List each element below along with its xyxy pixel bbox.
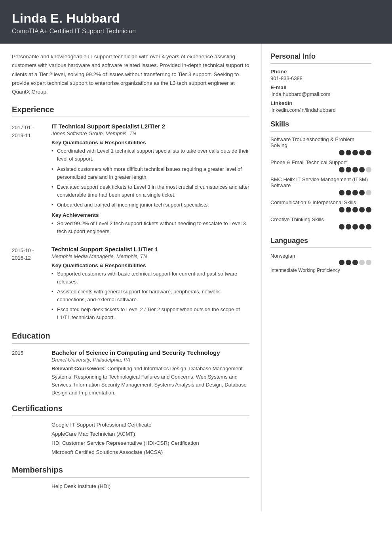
right-column: Personal Info Phone 901-833-6388 E-mail … <box>261 44 380 511</box>
exp-achievements-list-1: Solved 99.2% of Level 2 tech support tic… <box>51 220 249 235</box>
language-dots-1 <box>270 260 371 265</box>
skill-dots-5 <box>270 224 371 230</box>
experience-divider <box>12 117 249 117</box>
dot <box>339 207 344 212</box>
certifications-title: Certifications <box>12 404 249 413</box>
edu-detail-1: Bachelor of Science in Computing and Sec… <box>51 349 249 397</box>
dot <box>346 260 351 265</box>
skill-name-2: Phone & Email Technical Support <box>270 159 371 165</box>
dot <box>346 224 351 230</box>
education-section: Education 2015 Bachelor of Science in Co… <box>12 331 249 397</box>
exp-qualifications-label-2: Key Qualifications & Responsibilities <box>51 262 249 268</box>
exp-qualifications-label-1: Key Qualifications & Responsibilities <box>51 140 249 145</box>
skills-section: Skills Software Troubleshooting & Proble… <box>270 120 371 230</box>
exp-qual-1-2: Assisted customers with more difficult t… <box>51 165 249 181</box>
dot <box>352 150 358 155</box>
skill-name-3: BMC Helix IT Service Management (ITSM) S… <box>270 176 371 188</box>
memberships-title: Memberships <box>12 465 249 475</box>
skill-name-5: Creative Thinking Skills <box>270 216 371 222</box>
personal-info-divider <box>270 63 371 64</box>
exp-title-1: IT Technical Support Specialist L2/Tier … <box>51 123 249 130</box>
membership-item-1: Help Desk Institute (HDI) <box>51 483 249 489</box>
main-content: Personable and knowledgeable IT support … <box>0 44 392 511</box>
language-proficiency-1: Intermediate Working Proficiency <box>270 268 371 273</box>
skill-name-1: Software Troubleshooting & Problem Solvi… <box>270 136 371 148</box>
edu-school-1: Drexel University, Philadelphia, PA <box>51 357 249 363</box>
skill-dots-4 <box>270 207 371 212</box>
exp-achievements-label-1: Key Achievements <box>51 212 249 218</box>
dot <box>359 167 365 172</box>
exp-qual-1-3: Escalated support desk tickets to Level … <box>51 183 249 199</box>
education-divider <box>12 343 249 344</box>
dot <box>339 190 344 195</box>
exp-title-2: Technical Support Specialist L1/Tier 1 <box>51 246 249 253</box>
exp-detail-2: Technical Support Specialist L1/Tier 1 M… <box>51 246 249 324</box>
languages-title: Languages <box>270 237 371 245</box>
dot <box>339 167 344 172</box>
exp-qualifications-list-1: Coordinated with Level 1 technical suppo… <box>51 147 249 209</box>
certifications-section: Certifications Google IT Support Profess… <box>12 404 249 458</box>
language-name-1: Norwegian <box>270 253 371 259</box>
linkedin-label: LinkedIn <box>270 100 371 106</box>
dot <box>346 207 351 212</box>
dot <box>346 167 351 172</box>
dot <box>359 224 365 230</box>
dot <box>366 190 371 195</box>
cert-block: Google IT Support Professional Certifica… <box>12 422 249 458</box>
exp-date-2: 2015-10 -2016-12 <box>12 246 51 324</box>
exp-company-2: Memphis Media Menagerie, Memphis, TN <box>51 253 249 259</box>
exp-qual-2-2: Assisted clients with general support fo… <box>51 288 249 304</box>
dot <box>352 190 358 195</box>
exp-qual-2-3: Escalated help desk tickets to Level 2 /… <box>51 306 249 322</box>
edu-coursework-1: Relevant Coursework: Computing and Infor… <box>51 365 249 397</box>
dot <box>366 167 371 172</box>
dot <box>339 150 344 155</box>
experience-item-1: 2017-01 -2019-11 IT Technical Support Sp… <box>12 123 249 237</box>
certifications-list: Google IT Support Professional Certifica… <box>51 422 249 458</box>
memberships-divider <box>12 477 249 478</box>
cert-item-1: Google IT Support Professional Certifica… <box>51 422 249 428</box>
experience-section: Experience 2017-01 -2019-11 IT Technical… <box>12 105 249 323</box>
exp-qual-1-1: Coordinated with Level 1 technical suppo… <box>51 147 249 163</box>
memberships-section: Memberships Help Desk Institute (HDI) <box>12 465 249 492</box>
exp-qual-2-1: Supported customers with basic technical… <box>51 270 249 286</box>
candidate-title: CompTIA A+ Certified IT Support Technici… <box>12 28 380 35</box>
dot <box>359 260 365 265</box>
candidate-name: Linda E. Hubbard <box>12 11 380 26</box>
cert-spacer <box>12 422 51 458</box>
dot <box>359 190 365 195</box>
exp-qualifications-list-2: Supported customers with basic technical… <box>51 270 249 322</box>
exp-ach-1-1: Solved 99.2% of Level 2 tech support tic… <box>51 220 249 235</box>
skill-dots-3 <box>270 190 371 195</box>
languages-section: Languages Norwegian Intermediate Working… <box>270 237 371 273</box>
skill-name-4: Communication & Interpersonal Skills <box>270 199 371 205</box>
dot <box>352 260 358 265</box>
membership-spacer <box>12 483 51 492</box>
experience-title: Experience <box>12 105 249 114</box>
dot <box>339 260 344 265</box>
dot <box>352 207 358 212</box>
certifications-divider <box>12 415 249 416</box>
dot <box>346 150 351 155</box>
personal-info-title: Personal Info <box>270 52 371 61</box>
skills-title: Skills <box>270 120 371 128</box>
phone-value: 901-833-6388 <box>270 75 371 81</box>
skill-dots-1 <box>270 150 371 155</box>
dot <box>366 150 371 155</box>
exp-date-1: 2017-01 -2019-11 <box>12 123 51 237</box>
skills-divider <box>270 131 371 132</box>
dot <box>339 224 344 230</box>
email-label: E-mail <box>270 84 371 90</box>
edu-date-1: 2015 <box>12 349 51 397</box>
membership-block: Help Desk Institute (HDI) <box>12 483 249 492</box>
email-value: linda.hubbard@gmail.com <box>270 91 371 97</box>
dot <box>352 167 358 172</box>
exp-company-1: Jones Software Group, Memphis, TN <box>51 130 249 136</box>
dot <box>366 260 371 265</box>
languages-divider <box>270 247 371 248</box>
dot <box>359 207 365 212</box>
education-title: Education <box>12 331 249 341</box>
linkedin-value: linkedin.com/in/lindahubbard <box>270 107 371 113</box>
skill-dots-2 <box>270 167 371 172</box>
memberships-list: Help Desk Institute (HDI) <box>51 483 249 492</box>
